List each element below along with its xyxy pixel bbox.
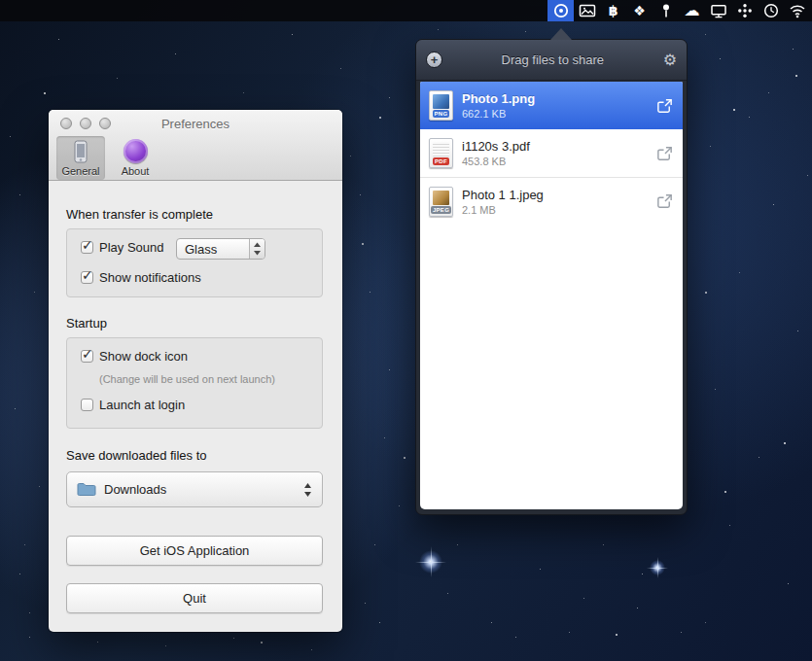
preferences-toolbar: General About — [56, 136, 159, 180]
gear-glyph: ⚙ — [663, 52, 677, 68]
file-thumbnail — [433, 94, 449, 109]
bright-star-glow — [419, 550, 442, 574]
check-icon: ✓ — [82, 346, 93, 362]
file-thumbnail — [433, 191, 449, 205]
cloud-menu-icon[interactable]: ☁ — [679, 0, 705, 21]
tab-general[interactable]: General — [56, 136, 105, 180]
show-dock-checkbox[interactable]: ✓ — [81, 350, 93, 363]
preferences-window: Preferences General About When transfer … — [49, 110, 342, 632]
stepper-arrows-icon — [303, 472, 312, 506]
dock-change-note: (Change will be used on next launch) — [99, 373, 275, 385]
transfer-complete-heading: When transfer is complete — [66, 207, 213, 222]
desktop-wallpaper: ฿ ❖ ☁ + Drag files to share ⚙ — [0, 0, 812, 661]
file-size: 453.8 KB — [462, 156, 530, 167]
get-ios-app-button[interactable]: Get iOS Application — [66, 536, 323, 566]
share-popover: + Drag files to share ⚙ PNG Photo 1.png … — [415, 39, 688, 515]
file-type-tag: PNG — [433, 110, 450, 118]
show-notifications-row: ✓ Show notifications — [81, 270, 201, 285]
check-icon: ✓ — [82, 237, 93, 253]
tab-general-label: General — [61, 165, 99, 177]
popover-title: Drag files to share — [442, 52, 663, 67]
file-list: PNG Photo 1.png 662.1 KB PDF i1120s 3.pd… — [420, 82, 683, 509]
file-name: Photo 1 1.jpeg — [462, 188, 544, 202]
dropbox-glyph: ❖ — [633, 0, 646, 21]
file-row-photo-1-1-jpeg[interactable]: JPEG Photo 1 1.jpeg 2.1 MB — [420, 177, 683, 225]
tab-about[interactable]: About — [111, 136, 159, 180]
bitcoin-glyph: ฿ — [609, 0, 618, 21]
file-type-tag: PDF — [433, 157, 449, 165]
add-files-button[interactable]: + — [426, 52, 442, 68]
sound-select-value: Glass — [185, 242, 217, 257]
startup-heading: Startup — [66, 316, 107, 330]
file-size: 2.1 MB — [462, 204, 544, 216]
settings-gear-icon[interactable]: ⚙ — [663, 51, 677, 69]
pdf-file-icon: PDF — [429, 138, 453, 168]
plus-icon: + — [431, 52, 439, 67]
show-dock-row: ✓ Show dock icon — [81, 349, 188, 364]
file-meta: i1120s 3.pdf 453.8 KB — [462, 139, 530, 167]
popover-header: + Drag files to share ⚙ — [416, 40, 687, 81]
share-icon[interactable] — [655, 192, 674, 210]
file-meta: Photo 1.png 662.1 KB — [462, 91, 535, 120]
sound-select[interactable]: Glass — [176, 238, 265, 260]
launch-login-label: Launch at login — [99, 398, 185, 412]
bright-star-glow-2 — [650, 560, 665, 575]
share-icon[interactable] — [655, 145, 674, 162]
folder-icon — [77, 482, 96, 497]
dropbox-menu-icon[interactable]: ❖ — [626, 0, 653, 21]
file-row-i1120s-pdf[interactable]: PDF i1120s 3.pdf 453.8 KB — [420, 129, 683, 177]
menu-bar: ฿ ❖ ☁ — [0, 0, 812, 21]
stepper-arrows-icon — [249, 239, 265, 259]
save-location-value: Downloads — [104, 482, 166, 497]
tab-about-label: About — [122, 165, 150, 177]
share-icon[interactable] — [655, 97, 674, 115]
popover-arrow — [550, 28, 572, 40]
show-dock-label: Show dock icon — [99, 349, 188, 364]
file-meta: Photo 1 1.jpeg 2.1 MB — [462, 188, 544, 216]
window-title: Preferences — [49, 117, 342, 131]
play-sound-row: ✓ Play Sound — [81, 240, 164, 255]
pictures-menu-icon[interactable] — [574, 0, 600, 21]
bitcoin-menu-icon[interactable]: ฿ — [600, 0, 626, 21]
png-file-icon: PNG — [429, 90, 453, 121]
file-size: 662.1 KB — [462, 108, 535, 120]
file-thumbnail — [433, 142, 449, 157]
move-dots-menu-icon[interactable] — [731, 0, 758, 21]
quit-button[interactable]: Quit — [66, 583, 323, 613]
file-row-photo-1-png[interactable]: PNG Photo 1.png 662.1 KB — [420, 82, 683, 129]
general-icon — [68, 138, 93, 164]
about-icon — [124, 138, 148, 164]
launch-login-row: Launch at login — [81, 398, 185, 412]
app-progress-menu-icon[interactable] — [547, 0, 574, 21]
startup-group: ✓ Show dock icon (Change will be used on… — [66, 337, 323, 429]
check-icon: ✓ — [82, 267, 93, 283]
pin-menu-icon[interactable] — [653, 0, 679, 21]
file-name: i1120s 3.pdf — [462, 139, 530, 154]
show-notifications-checkbox[interactable]: ✓ — [81, 271, 93, 284]
play-sound-label: Play Sound — [99, 240, 164, 255]
launch-login-checkbox[interactable] — [81, 399, 93, 411]
save-location-select[interactable]: Downloads — [66, 471, 323, 507]
transfer-complete-group: ✓ Play Sound Glass ✓ Show notifications — [66, 228, 323, 297]
file-name: Photo 1.png — [462, 91, 535, 106]
display-menu-icon[interactable] — [705, 0, 731, 21]
play-sound-checkbox[interactable]: ✓ — [81, 241, 93, 254]
jpeg-file-icon: JPEG — [429, 187, 453, 217]
clock-menu-icon[interactable] — [758, 0, 784, 21]
save-to-heading: Save downloaded files to — [66, 448, 207, 463]
wifi-menu-icon[interactable] — [784, 0, 810, 21]
file-type-tag: JPEG — [431, 206, 451, 214]
show-notifications-label: Show notifications — [99, 270, 201, 285]
cloud-glyph: ☁ — [685, 0, 700, 21]
window-titlebar: Preferences General About — [49, 110, 342, 181]
